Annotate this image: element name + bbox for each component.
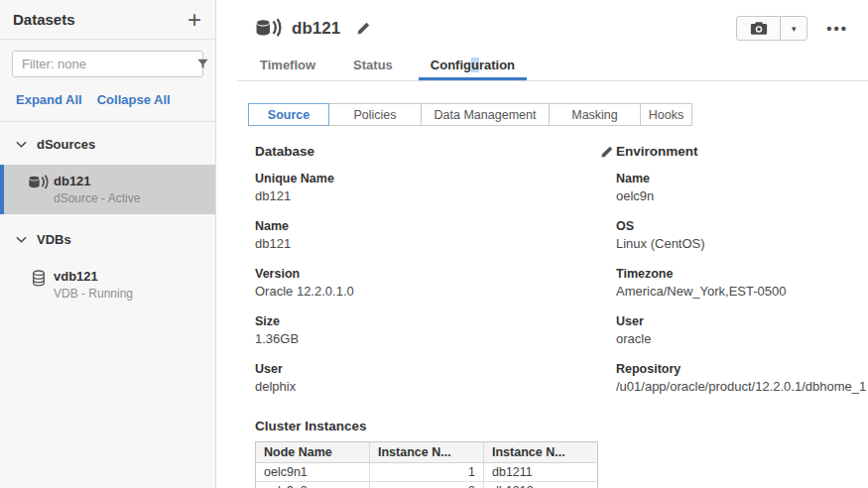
filter-icon[interactable] — [196, 58, 209, 70]
chevron-down-icon — [16, 141, 27, 148]
subtab-policies[interactable]: Policies — [328, 103, 422, 126]
field-size: Size 1.36GB — [255, 313, 616, 347]
tree-item-title: db121 — [54, 174, 140, 188]
main-panel: db121 ▾ ••• — [216, 0, 868, 488]
field-timezone: Timezone America/New_York,EST-0500 — [616, 266, 868, 300]
filter-input[interactable] — [22, 57, 196, 71]
main-tabs: Timeflow Status Configuration — [237, 52, 868, 81]
tree-controls: Expand All Collapse All — [0, 85, 215, 122]
cell-node-name: oelc9n1 — [256, 463, 370, 482]
sidebar-section-vdbs[interactable]: VDBs — [0, 214, 215, 260]
field-repository: Repository /u01/app/oracle/product/12.2.… — [616, 361, 868, 395]
table-row: oelc9n2 2 db1212 — [256, 482, 598, 488]
snapshot-dropdown-caret[interactable]: ▾ — [780, 17, 806, 40]
database-heading: Database — [255, 144, 314, 159]
tree-item-text: db121 dSource - Active — [54, 174, 140, 205]
header-actions: ▾ ••• — [736, 16, 858, 41]
dsource-icon — [255, 18, 282, 39]
tree-item-subtitle: VDB - Running — [54, 287, 133, 301]
tab-configuration[interactable]: Configuration — [419, 52, 527, 80]
database-section: Database Unique Name db121 Name db121 Ve… — [255, 144, 616, 409]
sidebar-title: Datasets — [13, 11, 75, 28]
tab-timeflow[interactable]: Timeflow — [248, 52, 327, 80]
dsource-icon — [28, 174, 54, 190]
datasets-sidebar: Datasets + Expand All Collapse All dSour… — [0, 0, 216, 488]
sidebar-item-vdb121[interactable]: vdb121 VDB - Running — [0, 260, 215, 309]
table-header-row: Node Name Instance N... Instance N... — [256, 442, 598, 463]
table-row: oelc9n1 1 db1211 — [256, 463, 598, 482]
camera-icon[interactable] — [737, 17, 780, 40]
edit-name-icon[interactable] — [356, 21, 371, 36]
sidebar-item-db121[interactable]: db121 dSource - Active — [0, 165, 215, 214]
field-unique-name: Unique Name db121 — [255, 171, 616, 204]
section-label: dSources — [37, 137, 95, 152]
filter-box — [12, 51, 203, 77]
source-content: Database Unique Name db121 Name db121 Ve… — [216, 126, 868, 409]
field-env-user: User oracle — [616, 313, 868, 347]
configuration-subtabs: Source Policies Data Management Masking … — [248, 103, 868, 126]
cell-instance-name: db1211 — [484, 463, 598, 482]
subtab-data-management[interactable]: Data Management — [421, 103, 550, 126]
cluster-instances-table: Node Name Instance N... Instance N... oe… — [255, 441, 598, 488]
sidebar-header: Datasets + — [0, 0, 215, 40]
tree-item-title: vdb121 — [54, 269, 133, 284]
cell-node-name: oelc9n2 — [256, 482, 370, 488]
page-title: db121 — [292, 19, 340, 39]
cell-instance-number: 1 — [370, 463, 484, 482]
subtab-hooks[interactable]: Hooks — [640, 103, 692, 126]
tree-item-subtitle: dSource - Active — [54, 191, 140, 205]
expand-all-link[interactable]: Expand All — [16, 92, 82, 107]
database-header-row: Database — [255, 144, 616, 159]
subtab-source[interactable]: Source — [248, 103, 329, 126]
main-header: db121 ▾ ••• — [216, 0, 868, 42]
cell-instance-number: 2 — [370, 482, 484, 488]
more-menu-icon[interactable]: ••• — [826, 24, 848, 34]
tab-status[interactable]: Status — [341, 52, 405, 80]
tree-item-text: vdb121 VDB - Running — [54, 269, 133, 301]
field-version: Version Oracle 12.2.0.1.0 — [255, 266, 616, 300]
field-user: User delphix — [255, 361, 616, 395]
section-label: VDBs — [37, 232, 71, 247]
sidebar-section-dsources[interactable]: dSources — [0, 122, 215, 165]
add-dataset-button[interactable]: + — [187, 10, 201, 30]
snapshot-split-button: ▾ — [736, 16, 807, 41]
column-node-name[interactable]: Node Name — [256, 442, 370, 463]
vdb-icon — [28, 269, 54, 287]
environment-heading: Environment — [616, 144, 698, 159]
chevron-down-icon — [16, 236, 27, 243]
field-os: OS Linux (CentOS) — [616, 218, 868, 252]
environment-header-row: Environment — [616, 144, 868, 159]
column-instance-name[interactable]: Instance N... — [484, 442, 598, 463]
cluster-instances-section: Cluster Instances Node Name Instance N..… — [216, 409, 868, 488]
collapse-all-link[interactable]: Collapse All — [97, 92, 171, 107]
column-instance-number[interactable]: Instance N... — [370, 442, 484, 463]
subtab-masking[interactable]: Masking — [549, 103, 641, 126]
edit-database-icon[interactable] — [600, 145, 614, 159]
cell-instance-name: db1212 — [484, 482, 598, 488]
environment-section: Environment Name oelc9n OS Linux (CentOS… — [616, 144, 868, 409]
field-env-name: Name oelc9n — [616, 171, 868, 204]
field-name: Name db121 — [255, 218, 616, 252]
app-window: Datasets + Expand All Collapse All dSour… — [0, 0, 868, 488]
cluster-instances-heading: Cluster Instances — [255, 419, 868, 433]
